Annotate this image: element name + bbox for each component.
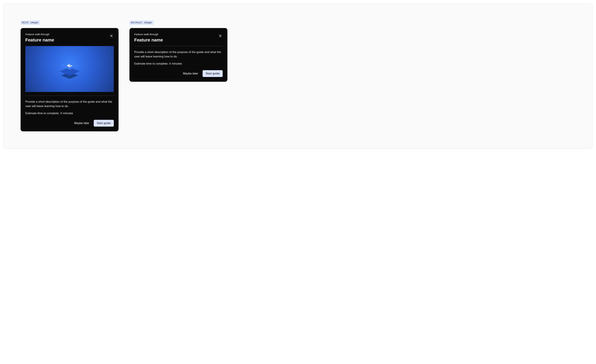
card-header-text: Feature walk-through Feature name (25, 33, 54, 43)
maybe-later-button[interactable]: Maybe later (73, 120, 90, 127)
feature-image (25, 46, 114, 92)
card-header: Feature walk-through Feature name (25, 33, 114, 43)
start-guide-button[interactable]: Start guide (203, 70, 223, 77)
divider (25, 96, 114, 96)
close-button[interactable] (218, 34, 223, 38)
variant-without-image: Without image Feature walk-through Featu… (129, 21, 227, 82)
card-description: Provide a short description of the purpo… (25, 100, 114, 109)
card-title: Feature name (134, 37, 163, 43)
maybe-later-button[interactable]: Maybe later (182, 70, 199, 77)
variant-with-image: With image Feature walk-through Feature … (21, 21, 119, 131)
close-icon (219, 34, 222, 37)
variant-label-without-image: Without image (129, 21, 154, 25)
canvas: With image Feature walk-through Feature … (3, 3, 593, 148)
card-description: Provide a short description of the purpo… (134, 50, 223, 59)
card-eyebrow: Feature walk-through (134, 33, 163, 36)
close-button[interactable] (109, 34, 114, 38)
card-eyebrow: Feature walk-through (25, 33, 54, 36)
walkthrough-card: Feature walk-through Feature name Provid… (129, 28, 227, 82)
card-actions: Maybe later Start guide (134, 70, 223, 77)
close-icon (110, 34, 113, 37)
layers-icon (55, 57, 84, 81)
start-guide-button[interactable]: Start guide (94, 120, 114, 127)
variant-label-with-image: With image (21, 21, 40, 25)
card-header: Feature walk-through Feature name (134, 33, 223, 43)
walkthrough-card: Feature walk-through Feature name (21, 28, 119, 131)
card-actions: Maybe later Start guide (25, 120, 114, 127)
card-title: Feature name (25, 37, 54, 43)
card-header-text: Feature walk-through Feature name (134, 33, 163, 43)
card-estimate: Estimate time to complete: X minutes (134, 62, 223, 66)
card-estimate: Estimate time to complete: X minutes (25, 112, 114, 115)
